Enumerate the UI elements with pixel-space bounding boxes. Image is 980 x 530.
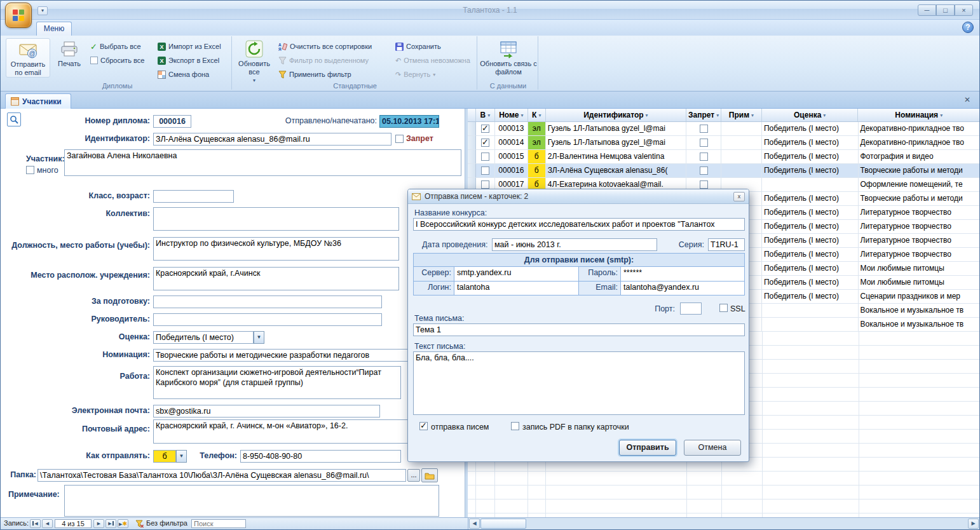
export-excel-button[interactable]: X Экспорт в Excel (156, 54, 221, 67)
search-input[interactable]: Поиск (191, 519, 246, 528)
port-field[interactable] (680, 302, 702, 315)
send-button[interactable]: Отправить (619, 440, 676, 456)
cell-nomination[interactable]: Декоративно-прикладное тво (859, 136, 980, 150)
date-field[interactable]: май - июнь 2013 г. (492, 238, 657, 251)
cell-number[interactable]: 000015 (495, 150, 528, 164)
cell-grade[interactable]: Победитель (I место) (762, 206, 859, 220)
header-send[interactable]: В▾ (476, 109, 495, 121)
ssl-checkbox[interactable] (719, 304, 728, 312)
identifier-field[interactable]: ЗЛ-Алёна Сущевская alenasu_86@mail.ru (153, 133, 391, 146)
series-field[interactable]: T1RU-1 (708, 238, 745, 251)
ban-checkbox[interactable] (700, 139, 708, 147)
send-checkbox[interactable] (481, 166, 489, 175)
cell-ban[interactable] (686, 164, 721, 178)
cell-grade[interactable]: Победитель (I место) (762, 262, 859, 276)
cell-nomination[interactable]: Творческие работы и методи (859, 164, 980, 178)
header-grade[interactable]: Оценка▾ (762, 109, 859, 121)
table-row[interactable]: 000015 б 2Л-Валентина Немцова valentina … (468, 150, 979, 164)
header-note[interactable]: Прим▾ (721, 109, 762, 121)
cell-grade[interactable]: Победитель (I место) (762, 234, 859, 248)
close-document-icon[interactable]: ✕ (964, 95, 970, 104)
cell-grade[interactable] (762, 318, 859, 332)
quick-access-dropdown[interactable]: ▾ (37, 6, 48, 15)
row-selector[interactable] (468, 136, 476, 150)
grade-combobox[interactable]: Победитель (I место) (153, 331, 254, 344)
cell-nomination[interactable]: Мои любимые питомцы (859, 276, 980, 290)
change-background-button[interactable]: Смена фона (156, 68, 211, 81)
help-button[interactable]: ? (962, 22, 974, 33)
diploma-number-field[interactable]: 000016 (153, 115, 191, 128)
password-field[interactable]: ****** (621, 267, 744, 281)
pdf-checkbox[interactable] (511, 422, 519, 430)
position-field[interactable]: Инструктор по физической культуре, МБДОУ… (153, 237, 399, 261)
cell-nomination[interactable]: Литературное творчество (859, 220, 980, 234)
record-count[interactable]: 4 из 15 (55, 519, 92, 528)
cell-nomination[interactable]: Творческие работы и методи (859, 192, 980, 206)
send-checkbox[interactable] (481, 139, 489, 147)
cell-nomination[interactable]: Декоративно-прикладное тво (859, 122, 980, 136)
open-folder-button[interactable] (421, 468, 438, 482)
cell-grade[interactable] (762, 178, 859, 192)
select-all-button[interactable]: ✓ Выбрать все (88, 40, 143, 53)
cell-note[interactable] (721, 164, 762, 178)
send-letters-checkbox[interactable] (419, 422, 428, 430)
cell-number[interactable]: 000016 (495, 164, 528, 178)
folder-field[interactable]: \Талантоха\Тестовая База\Талантоха 10\Лю… (37, 469, 406, 482)
redo-button[interactable]: ↷ Вернуть ▾ (393, 68, 437, 81)
body-field[interactable]: Бла, бла, бла.... (413, 351, 745, 415)
office-button[interactable] (5, 3, 32, 28)
subject-field[interactable]: Тема 1 (413, 323, 745, 336)
cell-ban[interactable] (686, 122, 721, 136)
cell-note[interactable] (721, 150, 762, 164)
cell-grade[interactable]: Победитель (I место) (762, 164, 859, 178)
cell-number[interactable]: 000014 (495, 136, 528, 150)
print-button[interactable]: Печать (53, 38, 86, 68)
nomination-field[interactable]: Творческие работы и методические разрабо… (153, 349, 418, 362)
next-record-button[interactable]: ▶ (93, 519, 104, 528)
reset-all-button[interactable]: Сбросить все (88, 54, 146, 67)
cell-nomination[interactable]: Оформление помещений, те (859, 178, 980, 192)
class-age-field[interactable] (153, 190, 234, 203)
dialog-close-button[interactable]: x (733, 192, 745, 201)
row-selector[interactable] (468, 164, 476, 178)
header-ban[interactable]: Запрет▾ (686, 109, 721, 121)
cell-nomination[interactable]: Литературное творчество (859, 234, 980, 248)
send-how-dropdown-button[interactable]: ▼ (176, 450, 187, 463)
cell-grade[interactable]: Победитель (I место) (762, 122, 859, 136)
cell-nomination[interactable]: Вокальное и музыкальное тв (859, 318, 980, 332)
import-excel-button[interactable]: X Импорт из Excel (156, 40, 223, 53)
save-button[interactable]: Сохранить (393, 40, 443, 53)
cell-identifier[interactable]: Гузель 1Л-Латыпова gyzel_l@mai (546, 136, 686, 150)
close-button[interactable]: × (955, 4, 973, 16)
header-k[interactable]: К▾ (528, 109, 546, 121)
header-number[interactable]: Номе▾ (495, 109, 528, 121)
table-row[interactable]: 000013 эл Гузель 1Л-Латыпова gyzel_l@mai… (468, 122, 979, 136)
phone-field[interactable]: 8-950-408-90-80 (240, 450, 401, 463)
scroll-right-button[interactable]: ▶ (968, 519, 979, 529)
table-row[interactable]: 000014 эл Гузель 1Л-Латыпова gyzel_l@mai… (468, 136, 979, 150)
undo-button[interactable]: ↶ Отмена невозможна (393, 54, 472, 67)
cell-grade[interactable]: Победитель (I место) (762, 150, 859, 164)
tab-participants[interactable]: Участники (5, 93, 71, 109)
cell-identifier[interactable]: 2Л-Валентина Немцова valentina (546, 150, 686, 164)
cell-k[interactable]: б (528, 164, 546, 178)
email-field[interactable]: sbx@gostika.ru (153, 405, 380, 418)
send-checkbox[interactable] (481, 180, 489, 189)
cell-nomination[interactable]: Фотография и видео (859, 150, 980, 164)
table-row[interactable]: 000016 б ЗЛ-Алёна Сущевская alenasu_86( … (468, 164, 979, 178)
ban-checkbox[interactable] (700, 166, 708, 175)
clear-sorts-button[interactable]: АЯ Очистить все сортировки (276, 40, 374, 53)
cell-k[interactable]: эл (528, 136, 546, 150)
ban-checkbox[interactable] (700, 153, 708, 161)
cell-send[interactable] (476, 122, 495, 136)
tab-menu[interactable]: Меню (36, 22, 72, 36)
for-training-field[interactable] (153, 296, 382, 308)
ban-checkbox[interactable] (395, 135, 404, 143)
cell-send[interactable] (476, 164, 495, 178)
cell-grade[interactable] (762, 304, 859, 318)
cell-ban[interactable] (686, 150, 721, 164)
apply-filter-button[interactable]: Применить фильтр (276, 68, 353, 81)
work-field[interactable]: Конспект организации сюжетно-игровой дея… (153, 366, 401, 399)
send-email-button[interactable]: @ Отправить по email (6, 38, 50, 78)
header-nomination[interactable]: Номинация▾ (858, 109, 979, 121)
